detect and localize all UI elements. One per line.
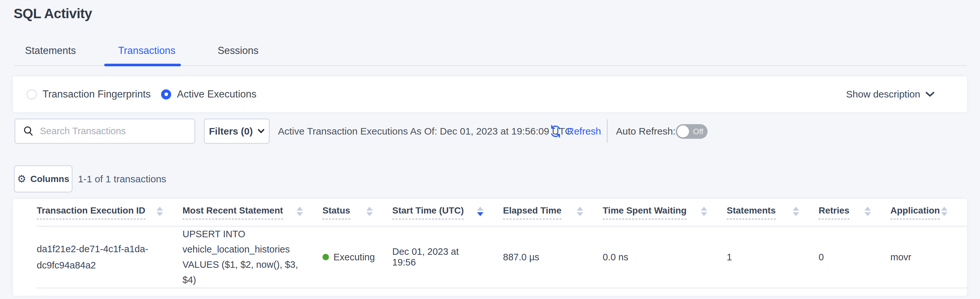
cell-transaction-execution-id[interactable]: da1f21e2-de71-4c1f-a1da-dc9fc94a84a2 <box>37 241 163 273</box>
status-dot-icon <box>323 254 329 260</box>
radio-label: Active Executions <box>177 88 256 100</box>
radio-transaction-fingerprints[interactable]: Transaction Fingerprints <box>27 88 151 100</box>
status-label: Executing <box>334 252 375 262</box>
search-icon <box>23 126 34 137</box>
columns-label: Columns <box>30 174 70 184</box>
tab-statements[interactable]: Statements <box>25 45 76 56</box>
sort-arrows-icon[interactable] <box>941 207 948 216</box>
filters-button[interactable]: Filters (0) <box>204 118 269 144</box>
results-count: 1-1 of 1 transactions <box>78 165 166 192</box>
as-of-timestamp: Active Transaction Executions As Of: Dec… <box>278 118 572 144</box>
chevron-down-icon <box>926 91 935 97</box>
sort-arrows-icon[interactable] <box>366 207 373 216</box>
page-title: SQL Activity <box>14 6 92 21</box>
radio-label: Transaction Fingerprints <box>43 88 151 100</box>
search-box[interactable] <box>14 118 195 144</box>
columns-button[interactable]: ⚙ Columns <box>14 165 72 192</box>
sort-arrows-icon-active-desc[interactable] <box>477 207 484 216</box>
radio-selected-icon[interactable] <box>161 90 171 99</box>
tab-sessions[interactable]: Sessions <box>218 45 258 56</box>
refresh-icon <box>549 125 562 138</box>
chevron-down-icon <box>258 129 265 134</box>
radio-unselected-icon[interactable] <box>27 90 37 99</box>
cell-time-spent-waiting: 0.0 ns <box>603 226 727 288</box>
sort-arrows-icon[interactable] <box>296 207 303 216</box>
cell-start-time: Dec 01, 2023 at 19:56 <box>392 226 503 288</box>
show-description-label: Show description <box>846 89 920 100</box>
gear-icon: ⚙ <box>17 174 26 184</box>
transactions-table: Transaction Execution ID Most Recent Sta… <box>37 199 967 288</box>
active-tab-indicator <box>104 64 181 66</box>
refresh-button[interactable]: Refresh <box>549 118 601 144</box>
column-header-transaction-execution-id[interactable]: Transaction Execution ID <box>37 205 145 219</box>
sort-arrows-icon[interactable] <box>156 207 163 216</box>
auto-refresh-label: Auto Refresh: <box>616 118 675 144</box>
toolbar-divider <box>607 119 608 143</box>
column-header-start-time[interactable]: Start Time (UTC) <box>392 205 464 219</box>
cell-status: Executing <box>323 252 373 262</box>
sort-arrows-icon[interactable] <box>701 207 707 216</box>
cell-retries: 0 <box>819 226 890 288</box>
column-header-application[interactable]: Application <box>890 205 940 219</box>
tab-transactions[interactable]: Transactions <box>118 45 175 56</box>
column-header-retries[interactable]: Retries <box>819 205 850 219</box>
column-header-status[interactable]: Status <box>323 205 350 219</box>
tab-bar: Statements Transactions Sessions <box>25 45 258 56</box>
toggle-state-label: Off <box>693 127 703 136</box>
search-input[interactable] <box>40 126 188 136</box>
cell-elapsed-time: 887.0 µs <box>503 226 603 288</box>
sort-arrows-icon[interactable] <box>793 207 799 216</box>
show-description-toggle[interactable]: Show description <box>846 89 935 100</box>
cell-application: movr <box>890 226 967 288</box>
column-header-statements[interactable]: Statements <box>727 205 776 219</box>
filters-label: Filters (0) <box>209 126 253 137</box>
auto-refresh-toggle[interactable]: Off <box>676 124 708 139</box>
column-header-time-spent-waiting[interactable]: Time Spent Waiting <box>603 205 686 219</box>
sort-arrows-icon[interactable] <box>864 207 871 216</box>
table-header-row: Transaction Execution ID Most Recent Sta… <box>37 199 967 226</box>
view-mode-card: Transaction Fingerprints Active Executio… <box>13 77 967 112</box>
sort-arrows-icon[interactable] <box>577 207 583 216</box>
column-header-most-recent-statement[interactable]: Most Recent Statement <box>183 205 283 219</box>
radio-active-executions[interactable]: Active Executions <box>161 88 256 100</box>
column-header-elapsed-time[interactable]: Elapsed Time <box>503 205 562 219</box>
cell-most-recent-statement[interactable]: UPSERT INTO vehicle_location_histories V… <box>183 227 303 288</box>
transactions-table-card: Transaction Execution ID Most Recent Sta… <box>13 199 967 296</box>
cell-statements: 1 <box>727 226 819 288</box>
refresh-label: Refresh <box>567 126 601 137</box>
table-row: da1f21e2-de71-4c1f-a1da-dc9fc94a84a2 UPS… <box>37 226 967 288</box>
toggle-knob-icon <box>677 125 689 138</box>
